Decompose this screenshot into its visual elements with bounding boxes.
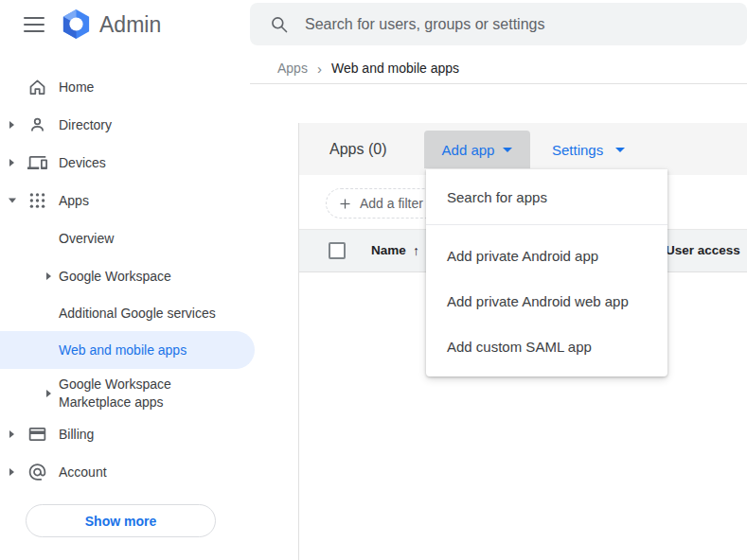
settings-button[interactable]: Settings [552, 131, 625, 168]
expand-arrow-icon [9, 430, 14, 438]
admin-console: Admin Search for users, groups or settin… [0, 0, 747, 560]
apps-grid-icon [27, 191, 47, 211]
sidebar-item-apps[interactable]: Apps [0, 182, 255, 219]
sidebar-item-account[interactable]: Account [0, 453, 255, 491]
column-header-name[interactable]: Name [371, 230, 406, 271]
add-app-menu: Search for apps Add private Android app … [426, 169, 667, 376]
expand-arrow-icon [9, 159, 14, 166]
dropdown-caret-icon [615, 148, 625, 152]
column-header-user-access: User access [666, 230, 740, 271]
admin-logo-icon [60, 8, 93, 41]
credit-card-icon [27, 425, 47, 445]
apps-count-title: Apps (0) [329, 123, 386, 175]
at-sign-icon [27, 463, 47, 482]
dropdown-caret-icon [503, 148, 512, 152]
search-placeholder: Search for users, groups or settings [305, 16, 544, 33]
sidebar-item-billing[interactable]: Billing [0, 415, 255, 453]
expand-arrow-icon [46, 272, 51, 280]
show-more-button[interactable]: Show more [26, 504, 216, 537]
menu-item-add-private-android-app[interactable]: Add private Android app [426, 233, 667, 278]
sidebar-item-home[interactable]: Home [0, 68, 255, 106]
sidebar-item-google-workspace[interactable]: Google Workspace [0, 257, 255, 295]
sidebar-item-gw-marketplace-apps[interactable]: Google Workspace Marketplace apps [0, 372, 255, 415]
app-title: Admin [99, 0, 161, 49]
menu-item-search-for-apps[interactable]: Search for apps [426, 169, 667, 224]
menu-icon[interactable] [24, 17, 44, 32]
header-divider [250, 83, 747, 84]
breadcrumb: Apps › Web and mobile apps [277, 58, 459, 79]
menu-group: Add private Android app Add private Andr… [426, 225, 667, 376]
collapse-arrow-icon [9, 199, 16, 203]
menu-item-add-private-android-web-app[interactable]: Add private Android web app [426, 278, 667, 324]
expand-arrow-icon [9, 468, 14, 476]
breadcrumb-current: Web and mobile apps [331, 61, 459, 76]
add-app-button[interactable]: Add app [424, 131, 530, 168]
sidebar-item-overview[interactable]: Overview [0, 219, 255, 257]
sidebar-item-devices[interactable]: Devices [0, 144, 255, 182]
search-icon [270, 15, 289, 34]
sidebar-item-web-and-mobile-apps[interactable]: Web and mobile apps [0, 331, 255, 369]
expand-arrow-icon [46, 390, 51, 397]
select-all-checkbox[interactable] [329, 242, 346, 259]
home-icon [27, 78, 47, 97]
sidebar-item-directory[interactable]: Directory [0, 106, 255, 144]
chevron-right-icon: › [317, 61, 322, 77]
plus-icon [338, 197, 352, 211]
breadcrumb-apps-link[interactable]: Apps [277, 61, 308, 76]
expand-arrow-icon [9, 121, 14, 129]
global-search-input[interactable]: Search for users, groups or settings [250, 3, 747, 45]
menu-item-add-custom-saml-app[interactable]: Add custom SAML app [426, 324, 667, 369]
devices-icon [27, 153, 47, 173]
content-divider [298, 123, 299, 560]
sort-ascending-icon[interactable]: ↑ [413, 230, 419, 271]
apps-toolbar: Apps (0) Add app Settings [299, 123, 747, 175]
sidebar-item-additional-google-services[interactable]: Additional Google services [0, 294, 255, 332]
person-icon [27, 115, 47, 135]
